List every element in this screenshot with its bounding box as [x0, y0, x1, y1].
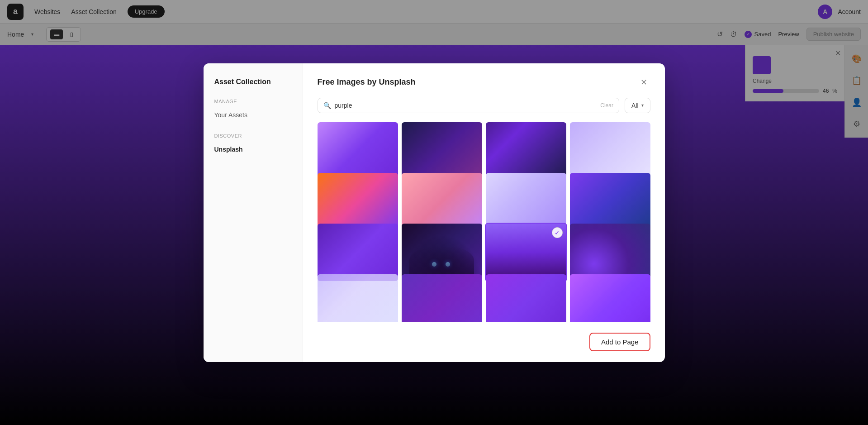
image-item-13[interactable] — [318, 274, 398, 321]
manage-section-label: MANAGE — [214, 99, 292, 104]
unsplash-nav-item[interactable]: Unsplash — [214, 144, 292, 155]
image-item-1[interactable] — [318, 122, 398, 180]
modal-overlay: Asset Collection MANAGE Your Assets DISC… — [0, 0, 868, 425]
image-grid: ✓ — [318, 122, 650, 322]
filter-arrow-icon: ▾ — [641, 103, 644, 108]
modal-sidebar-title: Asset Collection — [214, 78, 292, 86]
discover-section: DISCOVER Unsplash — [214, 133, 292, 155]
image-item-15[interactable] — [486, 274, 566, 321]
image-item-6[interactable] — [402, 173, 482, 230]
your-assets-nav-item[interactable]: Your Assets — [214, 110, 292, 120]
modal-sidebar: Asset Collection MANAGE Your Assets DISC… — [204, 63, 303, 362]
selected-check-icon: ✓ — [552, 227, 563, 238]
image-item-12[interactable] — [570, 224, 650, 281]
modal-close-button[interactable]: ✕ — [638, 76, 650, 89]
filter-label: All — [631, 102, 639, 109]
asset-collection-modal: Asset Collection MANAGE Your Assets DISC… — [204, 63, 665, 362]
image-item-4[interactable] — [570, 122, 650, 180]
image-item-14[interactable] — [402, 274, 482, 321]
search-icon: 🔍 — [323, 102, 331, 109]
discover-section-label: DISCOVER — [214, 133, 292, 138]
filter-dropdown[interactable]: All ▾ — [625, 98, 650, 113]
image-item-11[interactable]: ✓ — [486, 224, 566, 281]
search-input[interactable] — [335, 102, 597, 109]
image-item-16[interactable] — [570, 274, 650, 321]
modal-header: Free Images by Unsplash ✕ — [318, 76, 650, 89]
image-item-10[interactable] — [402, 224, 482, 281]
modal-title: Free Images by Unsplash — [318, 77, 416, 87]
modal-content: Free Images by Unsplash ✕ 🔍 Clear All ▾ — [303, 63, 665, 362]
manage-section: MANAGE Your Assets — [214, 99, 292, 120]
clear-button[interactable]: Clear — [600, 102, 613, 109]
add-to-page-button[interactable]: Add to Page — [589, 333, 650, 351]
image-item-9[interactable] — [318, 224, 398, 281]
search-input-wrapper: 🔍 Clear — [318, 98, 619, 113]
image-item-2[interactable] — [402, 122, 482, 180]
image-item-7[interactable] — [486, 173, 566, 230]
search-bar: 🔍 Clear All ▾ — [318, 98, 650, 113]
image-item-8[interactable] — [570, 173, 650, 230]
modal-footer: Add to Page — [318, 325, 650, 351]
image-item-5[interactable] — [318, 173, 398, 230]
image-item-3[interactable] — [486, 122, 566, 180]
